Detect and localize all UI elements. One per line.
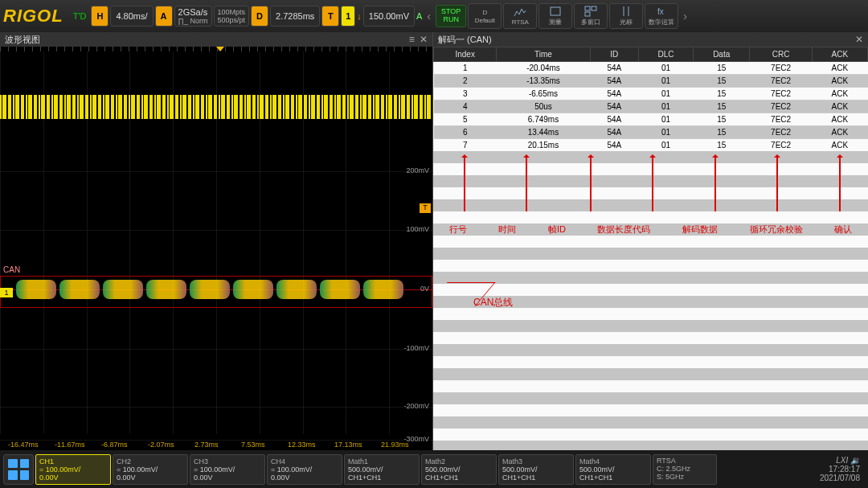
x-axis-label: 7.53ms (241, 441, 265, 449)
decoded-frame (16, 280, 56, 299)
svg-rect-2 (592, 6, 596, 10)
x-axis-label: -2.07ms (148, 441, 174, 449)
x-axis-label: -11.67ms (55, 441, 85, 449)
channel-1-marker[interactable]: 1 (0, 288, 13, 297)
trigger-level[interactable]: 150.00mV (363, 6, 415, 27)
svg-rect-1 (585, 6, 590, 10)
measure-button[interactable]: 测量 (538, 3, 572, 29)
x-axis-label: 2.73ms (194, 441, 219, 449)
table-row[interactable]: 3-6.65ms54A01157EC2ACK (434, 88, 868, 100)
table-row[interactable]: 2-13.35ms54A01157EC2ACK (434, 75, 868, 88)
brand-logo: RIGOL (3, 6, 63, 27)
acquire-info[interactable]: 2GSa/s ∏_ Norm (174, 6, 212, 27)
svg-text:fx: fx (657, 7, 664, 16)
decoded-frame (233, 280, 273, 299)
close-icon[interactable]: ✕ (855, 34, 863, 45)
decode-table: IndexTimeIDDLCDataCRCACK 1-20.04ms54A011… (433, 47, 868, 152)
memory-info[interactable]: 100Mpts 500ps/pt (214, 6, 250, 27)
math-2-box[interactable]: Math2500.00mV/CH1+CH1 (421, 454, 497, 485)
x-axis-label: -16.47ms (8, 441, 39, 449)
decoded-frame (190, 280, 230, 299)
svg-rect-0 (551, 7, 560, 15)
channel-4-box[interactable]: CH4= 100.00mV/0.00V (267, 454, 342, 485)
math-3-box[interactable]: Math3500.00mV/CH1+CH1 (498, 454, 574, 485)
y-axis-label: 0V (420, 285, 429, 293)
top-toolbar: RIGOL T'D H 4.80ms/ A 2GSa/s ∏_ Norm 100… (0, 0, 868, 32)
menu-icon[interactable]: ≡ (409, 34, 415, 45)
rtsa-info[interactable]: RTSA C: 2.5GHz S: 5GHz (653, 454, 717, 485)
default-button[interactable]: DDefault (468, 3, 502, 29)
y-axis-label: 200mV (406, 166, 429, 174)
decoded-frame (320, 280, 360, 299)
column-header[interactable]: CRC (750, 47, 812, 62)
column-annotation: 行号 (449, 223, 467, 236)
column-annotation: 循环冗余校验 (750, 223, 803, 236)
column-annotation: 数据长度代码 (597, 223, 650, 236)
trigger-channel[interactable]: 1 (341, 6, 355, 27)
table-row[interactable]: 56.749ms54A01157EC2ACK (434, 113, 868, 126)
waveform-panel-title: 波形视图 ≡ ✕ (0, 32, 432, 47)
decoded-frame (59, 280, 100, 299)
channel-3-box[interactable]: CH3= 100.00mV/0.00V (190, 454, 265, 485)
y-axis-label: -200mV (403, 402, 429, 410)
apps-button[interactable] (3, 454, 34, 485)
decoded-frame (363, 280, 403, 299)
can-protocol-label: CAN (3, 265, 20, 274)
column-header[interactable]: DLC (639, 47, 694, 62)
channel-2-box[interactable]: CH2= 100.00mV/0.00V (113, 454, 188, 485)
signal-trace (0, 95, 432, 119)
channel-1-box[interactable]: CH1= 100.00mV/0.00V (35, 454, 111, 485)
decode-panel-title: 解码一 (CAN) ✕ (433, 32, 868, 47)
chevron-left-icon[interactable]: ‹ (424, 10, 434, 23)
trigger-badge[interactable]: T (321, 6, 339, 27)
column-header[interactable]: Index (434, 47, 497, 62)
trigger-level-marker[interactable]: T (420, 203, 431, 213)
column-header[interactable]: ID (590, 47, 638, 62)
run-state: T'D (73, 11, 87, 21)
x-axis-label: 21.93ms (381, 441, 409, 449)
table-row[interactable]: 1-20.04ms54A01157EC2ACK (434, 62, 868, 75)
decode-table-area[interactable]: IndexTimeIDDLCDataCRCACK 1-20.04ms54A011… (433, 47, 868, 450)
math-button[interactable]: fx数学运算 (645, 3, 678, 29)
column-annotation: 解码数据 (682, 223, 718, 236)
delay-value[interactable]: 2.7285ms (270, 6, 320, 27)
can-bus-annotation: CAN总线 (473, 296, 513, 310)
svg-rect-3 (585, 12, 590, 16)
horizontal-badge[interactable]: H (91, 6, 108, 27)
clock-display: LXI 🔉 17:28:17 2021/07/08 (820, 456, 865, 482)
chevron-right-icon[interactable]: › (680, 10, 690, 23)
acquire-badge[interactable]: A (155, 6, 173, 27)
table-row[interactable]: 613.44ms54A01157EC2ACK (434, 126, 868, 139)
close-icon[interactable]: ✕ (420, 34, 428, 45)
cursor-button[interactable]: 光标 (609, 3, 643, 29)
math-4-box[interactable]: Math4500.00mV/CH1+CH1 (575, 454, 651, 485)
column-annotation: 确认 (834, 223, 852, 236)
x-axis-label: 12.33ms (288, 441, 316, 449)
decoded-frame (276, 280, 317, 299)
waveform-display[interactable]: T CAN 1 200mV100mV0V-100mV-200mV-300mV -… (0, 47, 432, 450)
table-row[interactable]: 720.15ms54A01157EC2ACK (434, 139, 868, 152)
column-header[interactable]: Data (693, 47, 750, 62)
column-header[interactable]: ACK (812, 47, 867, 62)
stop-run-button[interactable]: STOP RUN (436, 5, 466, 27)
timebase-value[interactable]: 4.80ms/ (110, 6, 153, 27)
table-row[interactable]: 450us54A01157EC2ACK (434, 100, 868, 113)
delay-badge[interactable]: D (251, 6, 268, 27)
multiwindow-button[interactable]: 多窗口 (574, 3, 608, 29)
y-axis-label: 100mV (406, 225, 429, 233)
rtsa-button[interactable]: RTSA (503, 3, 537, 29)
math-1-box[interactable]: Math1500.00mV/CH1+CH1 (344, 454, 420, 485)
column-annotation: 时间 (498, 223, 516, 236)
x-axis-label: 17.13ms (334, 441, 362, 449)
bottom-channel-bar: CH1= 100.00mV/0.00VCH2= 100.00mV/0.00VCH… (0, 450, 868, 488)
y-axis-label: -100mV (403, 344, 429, 352)
decoded-frame (146, 280, 186, 299)
column-header[interactable]: Time (497, 47, 590, 62)
decoded-frame (103, 280, 143, 299)
column-annotation: 帧ID (548, 223, 566, 236)
x-axis-label: -6.87ms (101, 441, 128, 449)
